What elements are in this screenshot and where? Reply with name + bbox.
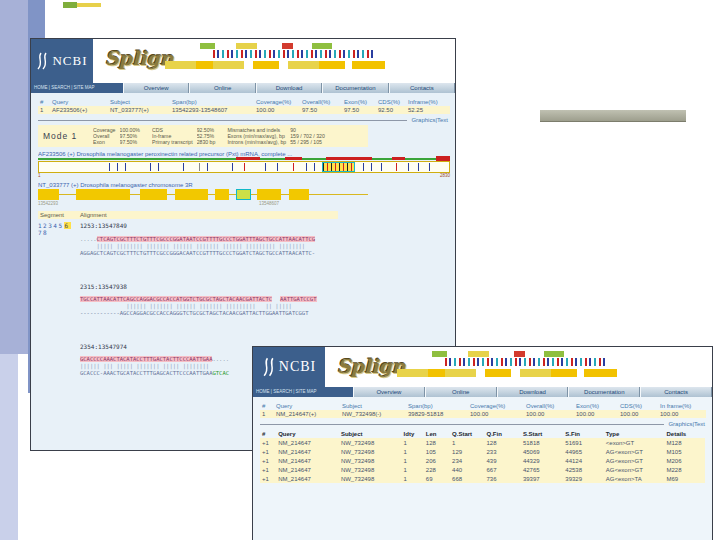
header-cell: Q.Fin	[484, 429, 520, 438]
table-cell: 128	[424, 438, 450, 447]
header-cell: Subject	[108, 98, 170, 106]
splign-window-results: NCBI Splign HOME | SEARCH | SITE MAP Ove…	[252, 346, 713, 540]
header-cell: Type	[604, 429, 665, 438]
query-feature-box[interactable]	[38, 161, 450, 173]
table-cell: 97.50%	[120, 139, 144, 145]
splign-logo-exon-bar	[397, 369, 617, 377]
table-cell: NM_214647(+)	[274, 410, 340, 418]
graphics-text-switch: Graphics|Text	[260, 421, 705, 427]
table-cell: NW_732498	[339, 447, 402, 456]
table-cell: NM_214647	[276, 438, 339, 447]
nav-online[interactable]: Online	[189, 83, 255, 93]
segment-link-active[interactable]: 6	[64, 222, 71, 229]
table-cell: NM_214647	[276, 456, 339, 465]
site-header: NCBI Splign	[253, 347, 712, 387]
table-cell: 51691	[563, 438, 603, 447]
table-row[interactable]: +1NM_214647NW_73249812284406674276542538…	[260, 465, 705, 474]
table-cell: 128	[484, 438, 520, 447]
mismatch-segment	[326, 157, 371, 160]
splign-logo-exon-marks	[432, 351, 582, 357]
splice-site: GTCAC	[212, 370, 229, 376]
feature-tick	[381, 163, 382, 171]
table-cell: AG<exon>GT	[604, 456, 665, 465]
ncbi-logo[interactable]: NCBI	[31, 39, 93, 83]
subject-exon-track[interactable]	[38, 189, 368, 201]
nav-online[interactable]: Online	[425, 387, 497, 397]
splign-logo-text: Splign	[337, 355, 406, 377]
table-cell: 2830 bp	[197, 139, 220, 145]
mismatch-segment	[236, 157, 261, 160]
table-cell: 13542293-13548607	[170, 106, 254, 114]
table-row[interactable]: +1NM_214647NW_73249812062344394432944124…	[260, 456, 705, 465]
table-cell: AG<exon>TA	[604, 474, 665, 483]
subject-sequence-link[interactable]: NT_033777 (+) Drosophila melanogaster ch…	[38, 182, 448, 188]
graphics-text-link[interactable]: Graphics|Text	[411, 117, 448, 123]
nav-contacts[interactable]: Contacts	[389, 83, 455, 93]
segment-details-table: #QuerySubjectIdtyLenQ.StartQ.FinS.StartS…	[260, 429, 705, 483]
table-cell: 1	[402, 474, 424, 483]
table-row[interactable]: Primary transcript2830 bp	[152, 139, 219, 145]
nav-documentation[interactable]: Documentation	[568, 387, 640, 397]
mini-nav[interactable]: HOME | SEARCH | SITE MAP	[253, 387, 353, 397]
alignment-block-2: TGCCATTAACATTCAGCCAGGACGCCACCATGGTCTGCGC…	[80, 296, 448, 317]
nav-contacts[interactable]: Contacts	[640, 387, 712, 397]
query-scale-end: 2830	[440, 173, 450, 178]
table-row[interactable]: Exon97.50%	[93, 139, 144, 145]
header-cell: Len	[424, 429, 450, 438]
table-row[interactable]: +1NM_214647NW_732498112811285181851691<e…	[260, 438, 705, 447]
segment-links-row2[interactable]: 78	[38, 229, 80, 236]
segment-links-row: 123456 1253:13547849	[38, 222, 448, 229]
segment-link-group[interactable]: 12345	[38, 222, 64, 229]
table-cell: 1	[402, 465, 424, 474]
header-cell: #	[260, 402, 274, 410]
subject-scale: 13542293 13548607	[38, 201, 368, 207]
nav-documentation[interactable]: Documentation	[322, 83, 388, 93]
table-cell: 39397	[521, 474, 563, 483]
ncbi-logo[interactable]: NCBI	[253, 347, 325, 387]
table-row[interactable]: 1AF233506(+)NT_033777(+)13542293-1354860…	[38, 106, 450, 114]
query-sequence: TGCCATTAACATTCAGCCAGGACGCCACCATGGTCTGCGC…	[80, 296, 272, 302]
nav-download[interactable]: Download	[497, 387, 569, 397]
table-cell: Exon	[93, 139, 120, 145]
nav-overview[interactable]: Overview	[123, 83, 189, 93]
header-cell: CDS(%)	[376, 98, 406, 106]
slide-right-gray-bar	[540, 110, 686, 122]
table-cell: 69	[424, 474, 450, 483]
table-row[interactable]: +1NM_214647NW_7324981696687363939739329A…	[260, 474, 705, 483]
nav-overview[interactable]: Overview	[353, 387, 425, 397]
table-row[interactable]: Introns (min/max/avg), bp55 / 295 / 105	[227, 139, 328, 145]
exon-block-selected[interactable]	[236, 189, 251, 200]
exon-block	[215, 189, 230, 200]
ncbi-helix-icon	[36, 51, 48, 71]
table-cell: M228	[664, 465, 705, 474]
feature-tick	[418, 163, 419, 171]
graphics-text-link[interactable]: Graphics|Text	[668, 421, 705, 427]
feature-tick	[109, 163, 110, 171]
alignment-start-coord: 1253:13547849	[80, 222, 127, 229]
table-cell: +1	[260, 447, 276, 456]
table-cell: 92.50	[376, 106, 406, 114]
feature-tick	[207, 163, 208, 171]
feature-tick	[314, 163, 315, 171]
splign-logo-feature-strip	[213, 50, 373, 58]
table-row[interactable]: +1NM_214647NW_73249811051292334506944965…	[260, 447, 705, 456]
subject-sequence: GCACCC-AAACTGCATACCTTTGAGCACTTCCCAATTGAA	[80, 370, 212, 376]
splign-logo[interactable]: Splign	[105, 39, 455, 79]
selected-segment-highlight[interactable]	[322, 162, 355, 172]
table-cell: 1	[402, 438, 424, 447]
nav-download[interactable]: Download	[256, 83, 322, 93]
table-row[interactable]: 1NM_214647(+)NW_732498(-)39829-51818100.…	[260, 410, 706, 418]
segment-links[interactable]: 123456	[38, 222, 80, 229]
table-cell: 51818	[521, 438, 563, 447]
header-cell: Query	[276, 429, 339, 438]
splign-logo[interactable]: Splign	[337, 347, 712, 387]
header-cell: Coverage(%)	[468, 402, 524, 410]
mini-nav[interactable]: HOME | SEARCH | SITE MAP	[31, 83, 123, 93]
subject-line: ------------AGCCAGGACGCCACCAGGGTCTGCGCTA…	[80, 310, 448, 317]
table-cell: +1	[260, 474, 276, 483]
table-cell: M206	[664, 456, 705, 465]
feature-tick	[277, 163, 278, 171]
table-cell: 439	[484, 456, 520, 465]
query-sequence-2: AATTGATCCGT	[280, 296, 316, 302]
header-cell: Overall(%)	[524, 402, 574, 410]
